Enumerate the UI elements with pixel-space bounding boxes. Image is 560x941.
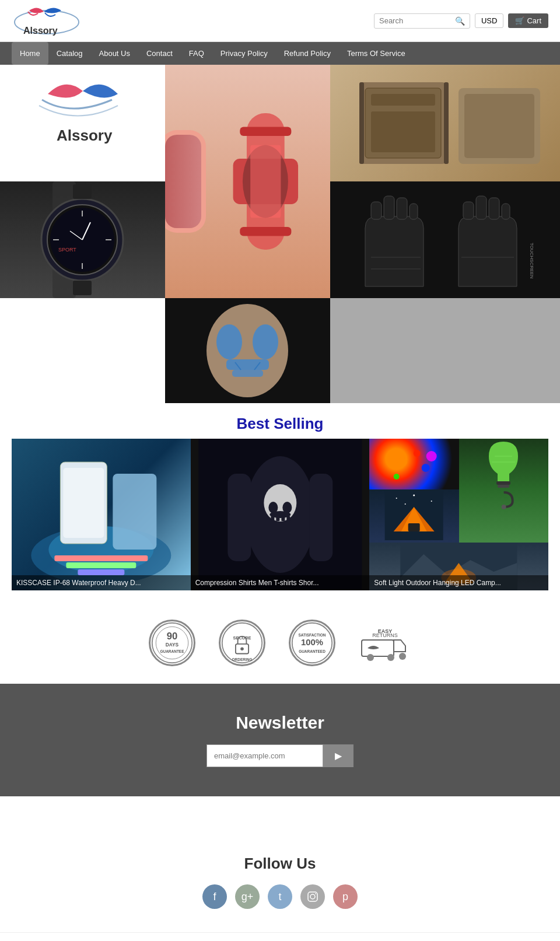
hero-bag-cell [330,65,560,181]
svg-rect-87 [408,523,420,531]
nav-terms[interactable]: Terms Of Service [339,42,414,65]
satisfaction-badge-svg: SATISFACTION 100% GUARANTEED [289,621,335,664]
svg-rect-47 [226,359,269,370]
shirt-svg [191,439,370,590]
twitter-link[interactable]: t [268,884,292,909]
tent-night-svg [369,489,459,540]
svg-point-75 [426,451,437,461]
svg-point-46 [253,324,278,359]
svg-point-82 [414,495,415,496]
product-name-1: Compression Shirts Men T-shirts Shor... [191,575,370,590]
svg-rect-5 [240,227,292,236]
navigation: Home Catalog About Us Contact FAQ Privac… [0,42,560,65]
svg-point-45 [216,324,242,359]
nav-refund[interactable]: Refund Policy [276,42,339,65]
svg-rect-48 [232,370,263,377]
best-selling-title: Best Selling [0,403,560,439]
currency-button[interactable]: USD [475,13,503,28]
svg-rect-54 [63,468,104,538]
svg-marker-109 [394,640,405,652]
svg-rect-32 [384,196,394,219]
cart-button[interactable]: 🛒 Cart [508,13,548,28]
nav-about[interactable]: About Us [91,42,138,65]
tape-row [0,298,560,403]
svg-text:100%: 100% [301,638,323,647]
svg-text:Alssory: Alssory [57,127,113,144]
follow-title: Follow Us [12,855,548,873]
badge-satisfaction: SATISFACTION 100% GUARANTEED [289,620,335,666]
waist-trainer-svg [201,65,330,298]
svg-point-71 [398,457,407,467]
logo-icon: Alssory [12,5,82,37]
svg-rect-66 [276,516,279,521]
watch-svg: SPORT [0,181,165,298]
svg-rect-34 [410,204,418,219]
svg-rect-70 [309,474,332,561]
best-selling-section: Best Selling KIS [0,403,560,602]
svg-rect-27 [73,281,92,295]
nav-home[interactable]: Home [12,42,48,65]
svg-point-81 [396,498,397,499]
svg-rect-8 [251,145,281,218]
hero-gloves-cell: TOUCHSCREEN [330,181,560,298]
nav-faq[interactable]: FAQ [181,42,212,65]
nav-privacy[interactable]: Privacy Policy [212,42,276,65]
svg-point-112 [399,653,406,660]
svg-point-74 [394,474,400,480]
svg-rect-36 [476,196,487,219]
newsletter-form: ▶ [12,744,548,767]
product-name-0: KISSCASE IP-68 Waterproof Heavy D... [12,575,191,590]
pinterest-link[interactable]: p [333,884,358,909]
nav-catalog[interactable]: Catalog [48,42,91,65]
svg-point-110 [367,654,374,661]
svg-text:RETURNS: RETURNS [372,632,398,638]
svg-text:SECURE: SECURE [233,635,251,641]
newsletter-title: Newsletter [12,713,548,733]
svg-rect-69 [228,474,251,561]
newsletter-email-input[interactable] [206,744,323,767]
svg-rect-38 [502,204,510,219]
svg-rect-31 [371,202,382,219]
90days-badge-svg: 90 DAYS GUARANTEE [149,621,195,664]
instagram-link[interactable] [300,884,325,909]
svg-rect-68 [286,516,290,521]
search-box[interactable]: 🔍 [374,13,470,29]
svg-point-88 [501,505,506,509]
svg-point-83 [431,501,432,502]
svg-text:DAYS: DAYS [166,642,179,648]
header-right: 🔍 USD 🛒 Cart [374,13,548,29]
badge-returns: EASY RETURNS [359,622,411,663]
newsletter-section: Newsletter ▶ [0,684,560,796]
newsletter-submit-button[interactable]: ▶ [323,744,354,767]
lamp-image-grid [369,439,548,590]
svg-rect-33 [397,198,407,219]
product-card-2[interactable]: Soft Light Outdoor Hanging LED Camp... [369,439,548,590]
nav-contact[interactable]: Contact [138,42,181,65]
facebook-link[interactable]: f [202,884,227,909]
search-input[interactable] [379,16,455,25]
svg-rect-56 [54,555,148,561]
svg-rect-12 [371,111,435,152]
svg-point-116 [315,893,316,894]
cart-icon: 🛒 [515,16,524,25]
product-card-0[interactable]: KISSCASE IP-68 Waterproof Heavy D... [12,439,191,590]
header: Alssory 🔍 USD 🛒 Cart [0,0,560,42]
svg-text:90: 90 [167,631,178,642]
svg-rect-11 [371,94,435,106]
googleplus-link[interactable]: g+ [235,884,260,909]
tactical-bag-svg [330,65,560,181]
product-card-1[interactable]: Compression Shirts Men T-shirts Shor... [191,439,370,590]
badge-secure: SECURE ORDERING [219,620,265,666]
tape-svg [165,298,330,403]
svg-text:GUARANTEE: GUARANTEE [160,649,185,653]
search-button[interactable]: 🔍 [455,16,465,26]
tape-center-cell [165,298,330,403]
social-icons: f g+ t p [12,884,548,909]
svg-rect-13 [359,82,364,164]
svg-point-72 [414,450,421,457]
svg-rect-76 [496,481,510,485]
badge-90days: 90 DAYS GUARANTEE [149,620,195,666]
tape-right-spacer [330,298,560,403]
svg-rect-58 [78,569,124,575]
svg-point-115 [310,894,315,899]
